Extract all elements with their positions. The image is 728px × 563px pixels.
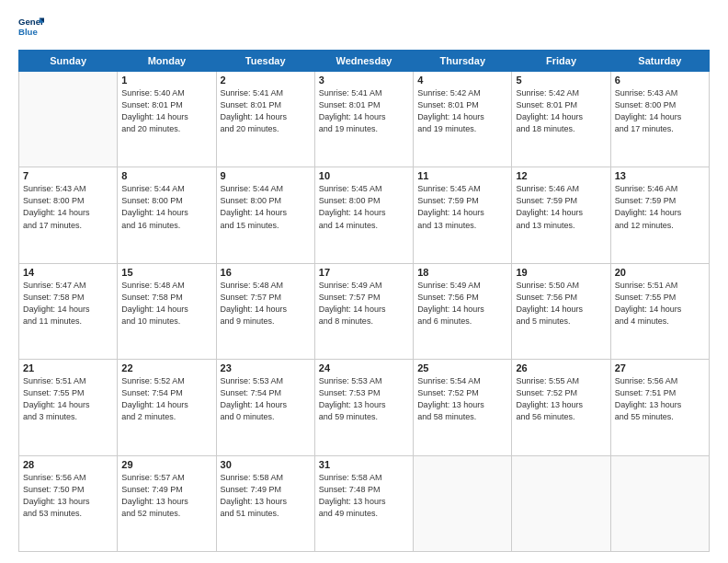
day-number: 31 xyxy=(319,459,409,470)
day-info: Sunrise: 5:40 AM Sunset: 8:01 PM Dayligh… xyxy=(121,87,211,135)
day-number: 3 xyxy=(319,75,409,86)
calendar-weekday-header: Sunday xyxy=(19,51,118,72)
day-number: 14 xyxy=(23,267,113,278)
calendar-week-row: 28Sunrise: 5:56 AM Sunset: 7:50 PM Dayli… xyxy=(19,455,710,551)
day-info: Sunrise: 5:48 AM Sunset: 7:57 PM Dayligh… xyxy=(221,280,311,327)
day-number: 20 xyxy=(615,267,705,278)
calendar-day-cell: 11Sunrise: 5:45 AM Sunset: 7:59 PM Dayli… xyxy=(414,167,512,263)
calendar-day-cell: 30Sunrise: 5:58 AM Sunset: 7:49 PM Dayli… xyxy=(216,455,314,551)
day-info: Sunrise: 5:49 AM Sunset: 7:57 PM Dayligh… xyxy=(319,280,409,327)
day-number: 12 xyxy=(516,170,606,181)
day-info: Sunrise: 5:47 AM Sunset: 7:58 PM Dayligh… xyxy=(23,280,113,327)
day-info: Sunrise: 5:55 AM Sunset: 7:52 PM Dayligh… xyxy=(516,375,606,423)
day-number: 16 xyxy=(221,267,311,278)
calendar-day-cell: 21Sunrise: 5:51 AM Sunset: 7:55 PM Dayli… xyxy=(19,360,118,455)
day-info: Sunrise: 5:41 AM Sunset: 8:01 PM Dayligh… xyxy=(221,87,311,135)
day-number: 25 xyxy=(417,362,507,373)
calendar-week-row: 21Sunrise: 5:51 AM Sunset: 7:55 PM Dayli… xyxy=(19,360,710,455)
day-info: Sunrise: 5:51 AM Sunset: 7:55 PM Dayligh… xyxy=(23,375,113,423)
day-info: Sunrise: 5:45 AM Sunset: 7:59 PM Dayligh… xyxy=(417,183,507,231)
logo: General Blue xyxy=(18,15,44,40)
calendar-day-cell: 31Sunrise: 5:58 AM Sunset: 7:48 PM Dayli… xyxy=(314,455,413,551)
calendar-day-cell: 3Sunrise: 5:41 AM Sunset: 8:01 PM Daylig… xyxy=(314,72,413,167)
day-number: 9 xyxy=(221,170,311,181)
day-info: Sunrise: 5:41 AM Sunset: 8:01 PM Dayligh… xyxy=(319,87,409,135)
calendar-day-cell: 8Sunrise: 5:44 AM Sunset: 8:00 PM Daylig… xyxy=(118,167,216,263)
calendar-weekday-header: Tuesday xyxy=(216,51,314,72)
day-number: 6 xyxy=(615,75,705,86)
calendar-day-cell: 12Sunrise: 5:46 AM Sunset: 7:59 PM Dayli… xyxy=(512,167,610,263)
day-info: Sunrise: 5:49 AM Sunset: 7:56 PM Dayligh… xyxy=(417,280,507,327)
day-number: 23 xyxy=(221,362,311,373)
calendar-weekday-header: Monday xyxy=(118,51,216,72)
calendar-day-cell: 13Sunrise: 5:46 AM Sunset: 7:59 PM Dayli… xyxy=(610,167,709,263)
day-number: 18 xyxy=(417,267,507,278)
day-number: 19 xyxy=(516,267,606,278)
day-number: 17 xyxy=(319,267,409,278)
calendar-day-cell: 29Sunrise: 5:57 AM Sunset: 7:49 PM Dayli… xyxy=(118,455,216,551)
day-info: Sunrise: 5:52 AM Sunset: 7:54 PM Dayligh… xyxy=(121,375,211,423)
svg-text:Blue: Blue xyxy=(18,27,38,37)
day-number: 30 xyxy=(221,459,311,470)
day-info: Sunrise: 5:51 AM Sunset: 7:55 PM Dayligh… xyxy=(615,280,705,327)
calendar-day-cell: 17Sunrise: 5:49 AM Sunset: 7:57 PM Dayli… xyxy=(314,263,413,359)
calendar-day-cell: 9Sunrise: 5:44 AM Sunset: 8:00 PM Daylig… xyxy=(216,167,314,263)
calendar-header-row: SundayMondayTuesdayWednesdayThursdayFrid… xyxy=(19,51,710,72)
calendar-day-cell: 6Sunrise: 5:43 AM Sunset: 8:00 PM Daylig… xyxy=(610,72,709,167)
day-number: 4 xyxy=(417,75,507,86)
calendar-day-cell: 15Sunrise: 5:48 AM Sunset: 7:58 PM Dayli… xyxy=(118,263,216,359)
calendar-week-row: 7Sunrise: 5:43 AM Sunset: 8:00 PM Daylig… xyxy=(19,167,710,263)
day-number: 21 xyxy=(23,362,113,373)
day-number: 11 xyxy=(417,170,507,181)
day-number: 15 xyxy=(121,267,211,278)
calendar-day-cell: 26Sunrise: 5:55 AM Sunset: 7:52 PM Dayli… xyxy=(512,360,610,455)
calendar-day-cell xyxy=(512,455,610,551)
day-info: Sunrise: 5:44 AM Sunset: 8:00 PM Dayligh… xyxy=(121,183,211,231)
calendar-day-cell xyxy=(414,455,512,551)
calendar-day-cell: 23Sunrise: 5:53 AM Sunset: 7:54 PM Dayli… xyxy=(216,360,314,455)
day-number: 22 xyxy=(121,362,211,373)
calendar-day-cell xyxy=(610,455,709,551)
calendar-day-cell: 16Sunrise: 5:48 AM Sunset: 7:57 PM Dayli… xyxy=(216,263,314,359)
calendar-day-cell: 14Sunrise: 5:47 AM Sunset: 7:58 PM Dayli… xyxy=(19,263,118,359)
day-info: Sunrise: 5:42 AM Sunset: 8:01 PM Dayligh… xyxy=(516,87,606,135)
day-number: 10 xyxy=(319,170,409,181)
day-number: 8 xyxy=(121,170,211,181)
day-number: 24 xyxy=(319,362,409,373)
day-number: 13 xyxy=(615,170,705,181)
calendar-week-row: 14Sunrise: 5:47 AM Sunset: 7:58 PM Dayli… xyxy=(19,263,710,359)
day-info: Sunrise: 5:46 AM Sunset: 7:59 PM Dayligh… xyxy=(516,183,606,231)
calendar-weekday-header: Wednesday xyxy=(314,51,413,72)
calendar-day-cell xyxy=(19,72,118,167)
day-number: 7 xyxy=(23,170,113,181)
day-info: Sunrise: 5:45 AM Sunset: 8:00 PM Dayligh… xyxy=(319,183,409,231)
calendar-day-cell: 19Sunrise: 5:50 AM Sunset: 7:56 PM Dayli… xyxy=(512,263,610,359)
day-number: 28 xyxy=(23,459,113,470)
calendar-day-cell: 27Sunrise: 5:56 AM Sunset: 7:51 PM Dayli… xyxy=(610,360,709,455)
day-number: 29 xyxy=(121,459,211,470)
calendar-day-cell: 28Sunrise: 5:56 AM Sunset: 7:50 PM Dayli… xyxy=(19,455,118,551)
day-info: Sunrise: 5:58 AM Sunset: 7:49 PM Dayligh… xyxy=(221,472,311,520)
calendar-weekday-header: Thursday xyxy=(414,51,512,72)
header: General Blue xyxy=(18,15,710,40)
day-info: Sunrise: 5:44 AM Sunset: 8:00 PM Dayligh… xyxy=(221,183,311,231)
day-number: 26 xyxy=(516,362,606,373)
day-info: Sunrise: 5:53 AM Sunset: 7:53 PM Dayligh… xyxy=(319,375,409,423)
day-number: 2 xyxy=(221,75,311,86)
calendar-day-cell: 4Sunrise: 5:42 AM Sunset: 8:01 PM Daylig… xyxy=(414,72,512,167)
calendar-weekday-header: Saturday xyxy=(610,51,709,72)
calendar-day-cell: 5Sunrise: 5:42 AM Sunset: 8:01 PM Daylig… xyxy=(512,72,610,167)
day-info: Sunrise: 5:56 AM Sunset: 7:51 PM Dayligh… xyxy=(615,375,705,423)
day-number: 27 xyxy=(615,362,705,373)
day-info: Sunrise: 5:50 AM Sunset: 7:56 PM Dayligh… xyxy=(516,280,606,327)
page: General Blue SundayMondayTuesdayWednesda… xyxy=(0,0,728,563)
calendar-weekday-header: Friday xyxy=(512,51,610,72)
day-info: Sunrise: 5:46 AM Sunset: 7:59 PM Dayligh… xyxy=(615,183,705,231)
calendar-day-cell: 25Sunrise: 5:54 AM Sunset: 7:52 PM Dayli… xyxy=(414,360,512,455)
calendar-day-cell: 7Sunrise: 5:43 AM Sunset: 8:00 PM Daylig… xyxy=(19,167,118,263)
calendar-day-cell: 22Sunrise: 5:52 AM Sunset: 7:54 PM Dayli… xyxy=(118,360,216,455)
calendar-table: SundayMondayTuesdayWednesdayThursdayFrid… xyxy=(18,50,710,552)
day-info: Sunrise: 5:57 AM Sunset: 7:49 PM Dayligh… xyxy=(121,472,211,520)
day-number: 1 xyxy=(121,75,211,86)
day-info: Sunrise: 5:43 AM Sunset: 8:00 PM Dayligh… xyxy=(615,87,705,135)
